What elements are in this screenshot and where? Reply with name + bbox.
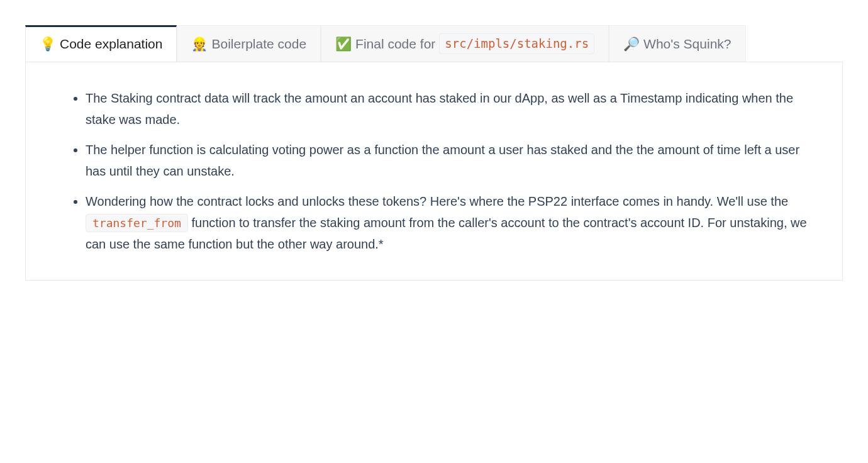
tab-code-explanation[interactable]: 💡 Code explanation xyxy=(25,25,177,62)
explanation-list: The Staking contract data will track the… xyxy=(60,87,808,255)
bullet-text: The Staking contract data will track the… xyxy=(86,91,793,126)
list-item: The helper function is calculating votin… xyxy=(86,139,808,182)
inline-code-transfer-from: transfer_from xyxy=(86,214,188,232)
tab-panel-code-explanation: The Staking contract data will track the… xyxy=(25,62,843,281)
tab-boilerplate-code[interactable]: 👷 Boilerplate code xyxy=(177,25,321,62)
list-item: The Staking contract data will track the… xyxy=(86,87,808,130)
tab-label: Who's Squink? xyxy=(643,35,731,53)
tab-code-path: src/impls/staking.rs xyxy=(439,33,594,54)
tab-list: 💡 Code explanation 👷 Boilerplate code ✅ … xyxy=(25,25,843,62)
construction-worker-icon: 👷 xyxy=(191,35,208,53)
tabs-container: 💡 Code explanation 👷 Boilerplate code ✅ … xyxy=(25,25,843,281)
tab-label-prefix: Final code for xyxy=(355,35,435,53)
list-item: Wondering how the contract locks and unl… xyxy=(86,191,808,255)
tab-label: Boilerplate code xyxy=(211,35,306,53)
magnifier-icon: 🔎 xyxy=(623,35,640,53)
bullet-text-post: function to transfer the staking amount … xyxy=(86,216,807,251)
bullet-text-pre: Wondering how the contract locks and unl… xyxy=(86,194,788,208)
tab-whos-squink[interactable]: 🔎 Who's Squink? xyxy=(609,25,745,62)
bullet-text: The helper function is calculating votin… xyxy=(86,143,799,178)
bulb-icon: 💡 xyxy=(40,35,56,53)
check-icon: ✅ xyxy=(335,35,352,53)
tab-label: Code explanation xyxy=(60,35,162,53)
tab-final-code[interactable]: ✅ Final code for src/impls/staking.rs xyxy=(321,25,609,62)
